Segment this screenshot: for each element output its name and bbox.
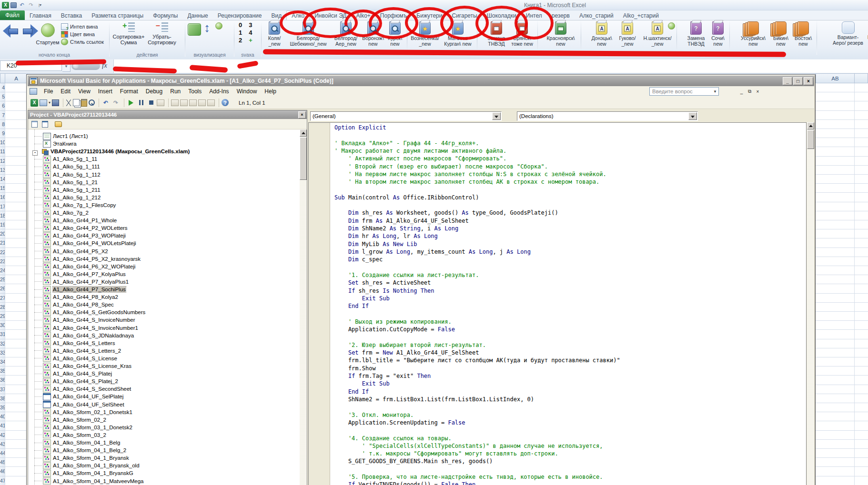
tab-Шоколадки[interactable]: Шоколадки <box>482 11 521 20</box>
back-arrow-button[interactable] <box>3 24 19 38</box>
row-header[interactable]: 31 <box>0 330 5 339</box>
tab-Порфюмъ[interactable]: Порфюмъ <box>375 11 412 20</box>
menu-Window[interactable]: Window <box>233 87 261 96</box>
row-header[interactable]: 34 <box>0 357 5 366</box>
column-header-AB[interactable]: AB <box>816 73 855 83</box>
qat-customize-icon[interactable]: |▾ <box>36 2 44 9</box>
tree-item-A1_Alko_Gr44_P1_Whole[interactable]: A1_Alko_Gr44_P1_Whole <box>28 217 117 224</box>
book-button-Красноярск\new[interactable]: Красноярск\new <box>543 20 579 56</box>
tree-item-A1_Alko_7g_2[interactable]: A1_Alko_7g_2 <box>28 209 89 217</box>
book-button-Восток\new[interactable]: Восток\new <box>792 20 815 56</box>
tab-Алко[interactable]: Алко <box>286 10 310 20</box>
start-sphere-icon[interactable] <box>41 23 55 37</box>
project-explorer-header[interactable]: Project - VBAProject27112013446 × <box>28 110 307 119</box>
break-icon[interactable] <box>137 99 145 107</box>
procedure-dropdown[interactable]: (Declarations) <box>517 111 698 121</box>
row-header[interactable]: 6 <box>0 101 5 110</box>
row-header[interactable]: 4 <box>0 83 5 92</box>
row-header[interactable]: 26 <box>0 284 5 293</box>
row-header[interactable]: 25 <box>0 275 5 284</box>
row-header[interactable]: 10 <box>0 138 5 147</box>
tree-item-A1_Alko_Gr44_P7_KolyaPlus1[interactable]: A1_Alko_Gr44_P7_KolyaPlus1 <box>28 278 129 286</box>
book-button-Белгород/Шебекино/_new[interactable]: Белгород/Шебекино/_new <box>286 20 331 56</box>
toolbox-icon[interactable] <box>198 99 206 106</box>
tab-Вид[interactable]: Вид <box>266 11 286 20</box>
tab-Инвойси ЭД[interactable]: Инвойси ЭД <box>310 11 351 20</box>
tab-Разметка страницы[interactable]: Разметка страницы <box>87 11 148 20</box>
tree-item-A1_Alko_Gr44_S_SecondSheet[interactable]: A1_Alko_Gr44_S_SecondSheet <box>28 385 131 393</box>
project-scroll-thumb[interactable] <box>300 137 307 180</box>
menu-Insert[interactable]: Insert <box>94 87 116 96</box>
tab-Вставка[interactable]: Вставка <box>56 11 87 20</box>
tree-item-A1_Alko_5g_1_112[interactable]: A1_Alko_5g_1_112 <box>28 171 101 178</box>
tree-item-A1_Alko_Sform_04_1_BryanskG[interactable]: A1_Alko_Sform_04_1_BryanskG <box>28 469 133 477</box>
row-header[interactable]: 18 <box>0 211 5 220</box>
insert-function-icon[interactable]: fx <box>102 61 107 69</box>
toggle-folders-icon[interactable] <box>54 120 63 128</box>
book-button-Донэцьк\new[interactable]: AДонэцьк\new <box>589 20 615 56</box>
row-header[interactable]: 16 <box>0 193 5 202</box>
row-header[interactable]: 7 <box>0 111 5 120</box>
vba-close-button[interactable]: × <box>804 77 813 85</box>
row-header[interactable]: 24 <box>0 266 5 275</box>
tree-item-Лист1 (Лист1)[interactable]: Лист1 (Лист1) <box>28 132 88 140</box>
row-header[interactable]: 45 <box>0 458 5 467</box>
row-header[interactable]: 20 <box>0 229 5 238</box>
object-dropdown[interactable]: (General) <box>310 111 502 121</box>
object-browser-icon[interactable] <box>189 99 197 106</box>
tree-item-A1_Alko_Gr44_S_License[interactable]: A1_Alko_Gr44_S_License <box>28 355 117 362</box>
book-button-Вариант-Аеро/ резерв[interactable]: Вариант-Аеро/ резерв <box>832 20 864 56</box>
tab-Главная[interactable]: Главная <box>25 11 56 20</box>
svaxa-number[interactable]: 3 <box>249 21 252 29</box>
tab-Alko_+старий[interactable]: Alko_+старий <box>618 11 664 20</box>
tree-item-A1_Alko_Gr44_P8_Kolya2[interactable]: A1_Alko_Gr44_P8_Kolya2 <box>28 293 118 301</box>
row-header[interactable]: 28 <box>0 303 5 312</box>
tree-item-A1_Alko_Gr44_P6_X2_WOPlateji[interactable]: A1_Alko_Gr44_P6_X2_WOPlateji <box>28 263 135 270</box>
row-header[interactable]: 43 <box>0 440 5 449</box>
vba-minimize-button[interactable]: _ <box>783 77 792 85</box>
row-header[interactable]: 39 <box>0 403 5 412</box>
tab-Alko+[interactable]: Alko+ <box>351 11 375 20</box>
svaxa-number[interactable]: 2 <box>239 37 242 44</box>
book-button-МатвеевКурган\ new[interactable]: ★МатвеевКурган\ new <box>441 20 475 56</box>
tab-file[interactable]: Файл <box>0 10 25 20</box>
procedure-dropdown-icon[interactable] <box>688 112 697 120</box>
updown-arrows-button[interactable]: ↕ <box>204 20 210 35</box>
book-button-Гуково/_new[interactable]: AГуково/_new <box>615 20 640 56</box>
row-header[interactable]: 46 <box>0 467 5 476</box>
vba-maximize-button[interactable]: □ <box>793 77 803 85</box>
tab-Интел[interactable]: Интел <box>521 11 547 20</box>
row-header[interactable]: 27 <box>0 294 5 303</box>
tree-item-A1_Alko_Gr44_S_JDNakladnaya[interactable]: A1_Alko_Gr44_S_JDNakladnaya <box>28 332 134 339</box>
row-header[interactable]: 41 <box>0 421 5 430</box>
tab-Данные[interactable]: Данные <box>182 11 212 20</box>
undo-icon[interactable]: ↶ <box>101 99 110 107</box>
project-close-icon[interactable]: × <box>298 111 306 119</box>
tab-Формулы[interactable]: Формулы <box>148 11 182 20</box>
collapse-expander-icon[interactable]: - <box>32 150 38 156</box>
menu-Format[interactable]: Format <box>116 87 142 96</box>
help-icon[interactable]: ? <box>222 99 229 106</box>
save-icon[interactable] <box>10 2 17 8</box>
row-header[interactable]: 33 <box>0 348 5 357</box>
tree-item-VBAProject27112013446 (Макросы_GreenCells.xlam)[interactable]: -VBAProject27112013446 (Макросы_GreenCel… <box>28 148 190 155</box>
formula-input[interactable] <box>113 59 868 73</box>
row-header[interactable]: 13 <box>0 166 5 175</box>
view-object-icon[interactable] <box>40 120 50 128</box>
question-input[interactable]: Введите вопрос ▼ <box>649 87 719 96</box>
row-header[interactable]: 11 <box>0 147 5 156</box>
book-button-Белгород/Аер_new[interactable]: Белгород/Аер_new <box>331 20 361 56</box>
tab-Бижутери[interactable]: Бижутери <box>412 11 447 20</box>
row-header[interactable]: 32 <box>0 339 5 348</box>
copy-icon[interactable] <box>73 99 80 106</box>
menu-View[interactable]: View <box>74 87 94 96</box>
code-editor[interactable]: Option Explicit ' Вкладка "Алко+" - Граф… <box>308 122 807 485</box>
tab-резерв[interactable]: резерв <box>547 11 575 20</box>
insert-dropdown-icon[interactable]: ▾ <box>49 100 50 105</box>
tree-item-A1_Alko_5g_1_212[interactable]: A1_Alko_5g_1_212 <box>28 194 101 201</box>
small-button-Стиль ссылок[interactable]: Стиль ссылок <box>61 38 104 45</box>
row-header[interactable]: 8 <box>0 120 5 129</box>
row-header[interactable]: 5 <box>0 92 5 101</box>
tree-item-A1_Alko_5g_1_211[interactable]: A1_Alko_5g_1_211 <box>28 186 101 194</box>
book-button-Коля/_new[interactable]: Коля/_new <box>263 20 286 56</box>
